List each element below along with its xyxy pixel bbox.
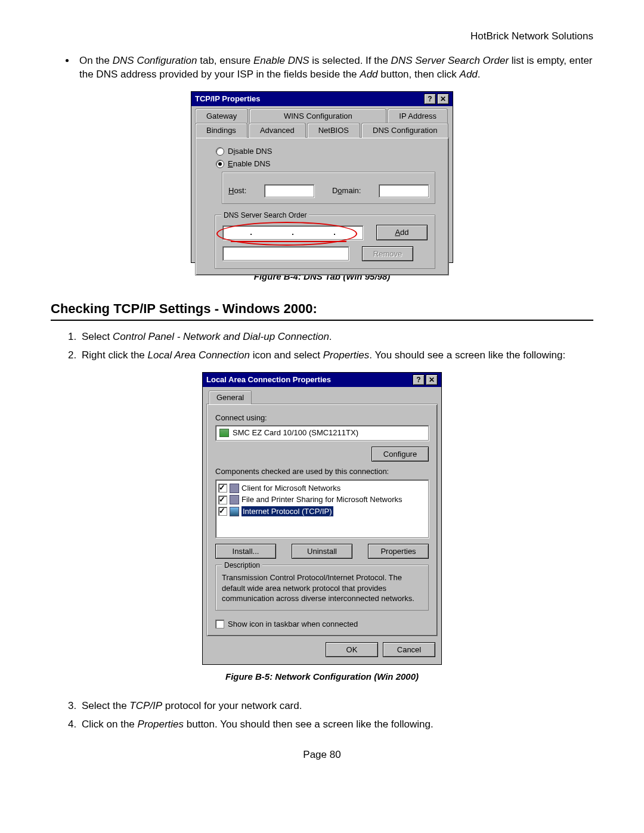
section-heading: Checking TCP/IP Settings - Windows 2000: xyxy=(51,300,593,318)
step-1: Select Control Panel - Network and Dial-… xyxy=(79,330,593,344)
nic-icon xyxy=(219,429,229,437)
text-italic: Control Panel - Network and Dial-up Conn… xyxy=(113,331,329,342)
step-3: Select the TCP/IP protocol for your netw… xyxy=(79,699,593,713)
text: . You should see a screen like the follo… xyxy=(369,349,565,361)
tab-bindings[interactable]: Bindings xyxy=(195,123,247,138)
text: On the xyxy=(79,55,113,66)
item-label: Client for Microsoft Networks xyxy=(242,483,340,494)
tab-ipaddress[interactable]: IP Address xyxy=(388,109,448,123)
titlebar[interactable]: TCP/IP Properties ? ✕ xyxy=(191,92,453,106)
share-icon xyxy=(230,495,239,504)
item-label: File and Printer Sharing for Microsoft N… xyxy=(242,494,402,505)
text: tab, ensure xyxy=(197,55,254,66)
cancel-button[interactable]: Cancel xyxy=(383,642,435,658)
tab-netbios[interactable]: NetBIOS xyxy=(307,123,360,138)
host-label: Host: xyxy=(228,185,246,196)
tab-wins[interactable]: WINS Configuration xyxy=(249,109,386,123)
uninstall-button[interactable]: Uninstall xyxy=(292,544,352,559)
steps-list: Select Control Panel - Network and Dial-… xyxy=(51,330,593,363)
connect-using-label: Connect using: xyxy=(215,413,429,423)
list-item[interactable]: Internet Protocol (TCP/IP) xyxy=(218,506,426,518)
components-list[interactable]: Client for Microsoft Networks File and P… xyxy=(215,479,429,538)
configure-button[interactable]: Configure xyxy=(371,447,429,462)
text: button, then click xyxy=(378,69,460,80)
tab-general[interactable]: General xyxy=(209,391,252,404)
radio-label: Enable DNS xyxy=(228,159,271,169)
page-number: Page 80 xyxy=(51,748,593,762)
radio-icon xyxy=(216,160,224,168)
highlight-underline xyxy=(231,241,346,242)
text-italic: Properties xyxy=(138,719,184,730)
tab-gateway[interactable]: Gateway xyxy=(195,109,248,123)
page-header: HotBrick Network Solutions xyxy=(51,30,593,44)
checkbox-icon[interactable] xyxy=(218,496,227,504)
figure-caption-2: Figure B-5: Network Configuration (Win 2… xyxy=(51,671,593,683)
dns-list[interactable] xyxy=(222,246,349,261)
list-item[interactable]: File and Printer Sharing for Microsoft N… xyxy=(218,494,426,506)
checkbox-icon[interactable] xyxy=(218,484,227,493)
add-button[interactable]: Add xyxy=(376,225,428,240)
lac-properties-dialog: Local Area Connection Properties ? ✕ Gen… xyxy=(202,372,442,665)
radio-disable-dns[interactable]: Disable DNS xyxy=(216,146,440,157)
description-group: Description Transmission Control Protoco… xyxy=(215,565,429,611)
text: . xyxy=(478,69,481,80)
text: Click on the xyxy=(82,719,138,730)
text-italic: Local Area Connection xyxy=(148,349,250,361)
protocol-icon xyxy=(230,507,239,516)
dns-ip-input[interactable]: ... xyxy=(222,225,363,240)
close-icon[interactable]: ✕ xyxy=(426,374,438,385)
tab-advanced[interactable]: Advanced xyxy=(249,123,306,138)
dns-tab-panel: Disable DNS Enable DNS Host: Domain: DNS… xyxy=(195,137,449,275)
text-italic: Properties xyxy=(323,349,369,361)
text: . xyxy=(329,331,332,342)
help-icon[interactable]: ? xyxy=(424,94,436,104)
dns-search-order-group: DNS Server Search Order ... Add xyxy=(215,215,435,269)
divider xyxy=(51,320,593,321)
text-italic: Enable DNS xyxy=(253,55,309,66)
text: Select xyxy=(82,331,113,342)
install-button[interactable]: Install... xyxy=(215,544,276,559)
description-text: Transmission Control Protocol/Internet P… xyxy=(222,572,422,604)
nic-field: SMC EZ Card 10/100 (SMC1211TX) xyxy=(215,425,429,441)
text: Select the xyxy=(82,700,129,711)
text-italic: DNS Server Search Order xyxy=(391,55,509,66)
step-4: Click on the Properties button. You shou… xyxy=(79,718,593,732)
text: protocol for your network card. xyxy=(162,700,302,711)
titlebar[interactable]: Local Area Connection Properties ? ✕ xyxy=(203,373,441,387)
radio-label: Disable DNS xyxy=(228,146,272,157)
list-item[interactable]: Client for Microsoft Networks xyxy=(218,482,426,494)
domain-input[interactable] xyxy=(379,184,429,197)
item-label: Internet Protocol (TCP/IP) xyxy=(242,506,333,517)
ok-button[interactable]: OK xyxy=(326,642,378,658)
intro-bullet: On the DNS Configuration tab, ensure Ena… xyxy=(76,54,593,82)
help-icon[interactable]: ? xyxy=(413,374,425,385)
close-icon[interactable]: ✕ xyxy=(437,94,449,104)
text-italic: Add xyxy=(360,69,377,80)
general-panel: Connect using: SMC EZ Card 10/100 (SMC12… xyxy=(206,404,438,636)
text-italic: Add xyxy=(460,69,478,80)
components-label: Components checked are used by this conn… xyxy=(215,466,429,477)
nic-name: SMC EZ Card 10/100 (SMC1211TX) xyxy=(233,428,358,438)
checkbox-icon[interactable] xyxy=(218,507,227,516)
properties-button[interactable]: Properties xyxy=(368,544,429,559)
host-input[interactable] xyxy=(264,184,314,197)
remove-button: Remove xyxy=(362,246,413,262)
text: Right click the xyxy=(82,349,148,361)
dialog-title: Local Area Connection Properties xyxy=(206,374,331,385)
text-italic: TCP/IP xyxy=(129,700,162,711)
text: button. You should then see a screen lik… xyxy=(184,719,434,730)
text-italic: DNS Configuration xyxy=(113,55,197,66)
radio-icon xyxy=(216,147,224,156)
tcpip-properties-dialog: TCP/IP Properties ? ✕ Gateway WINS Confi… xyxy=(191,91,453,263)
text: is selected. If the xyxy=(309,55,391,66)
domain-label: Domain: xyxy=(332,185,361,196)
radio-enable-dns[interactable]: Enable DNS xyxy=(216,159,440,169)
text: icon and select xyxy=(250,349,323,361)
group-label: DNS Server Search Order xyxy=(221,210,309,220)
group-label: Description xyxy=(222,561,262,570)
show-icon-checkbox[interactable] xyxy=(215,620,224,628)
dialog-title: TCP/IP Properties xyxy=(195,94,261,104)
show-icon-label: Show icon in taskbar when connected xyxy=(228,619,358,630)
intro-list: On the DNS Configuration tab, ensure Ena… xyxy=(51,54,593,82)
tab-dns-configuration[interactable]: DNS Configuration xyxy=(361,123,448,138)
